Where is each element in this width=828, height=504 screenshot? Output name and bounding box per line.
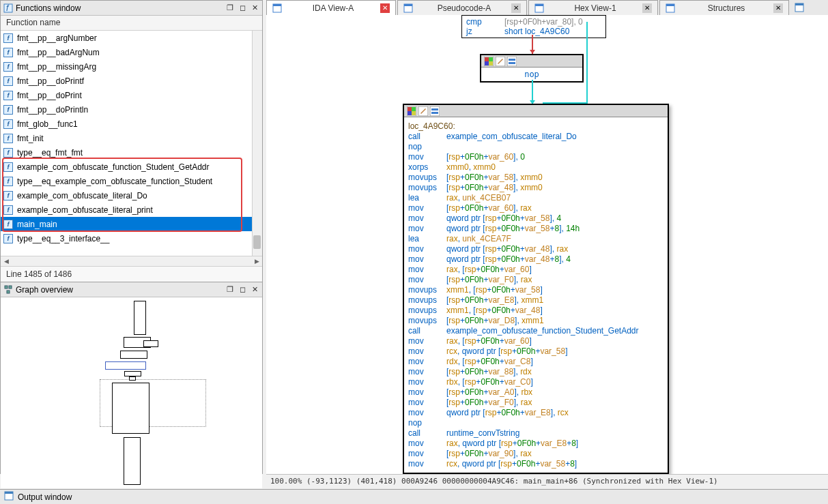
function-row[interactable]: ffmt_init	[1, 131, 252, 145]
tab-close-button[interactable]: ✕	[642, 3, 652, 13]
maximize-button[interactable]: ◻	[238, 3, 247, 13]
asm-line[interactable]: movrcx, qword ptr [rsp+0F0h+var_58]	[408, 346, 663, 357]
asm-line[interactable]: movups[rsp+0F0h+var_E8], xmm1	[408, 295, 663, 306]
asm-line[interactable]: movrdx, [rsp+0F0h+var_C8]	[408, 357, 663, 367]
graph-node[interactable]	[112, 383, 149, 434]
graph-node[interactable]	[120, 351, 147, 359]
graph-node[interactable]	[143, 340, 158, 347]
asm-line[interactable]: nop	[408, 142, 663, 152]
function-row[interactable]: ffmt__pp__badArgNum	[1, 45, 252, 59]
asm-line[interactable]: movrbx, [rsp+0F0h+var_C0]	[408, 377, 663, 387]
function-row[interactable]: ftype__eq_fmt_fmt	[1, 145, 252, 160]
asm-line[interactable]: learax, unk_4CEA7F	[408, 234, 663, 244]
scroll-right-icon[interactable]: ▶	[253, 257, 261, 265]
graph-node-nop[interactable]: nop	[480, 54, 584, 83]
asm-line[interactable]: callruntime_convTstring	[408, 428, 663, 439]
function-row[interactable]: ftype__eq_example_com_obfuscate_function…	[1, 174, 252, 188]
restore-button[interactable]: ❐	[225, 3, 235, 13]
functions-scrollbar-vertical[interactable]	[252, 31, 262, 256]
graph-node[interactable]	[105, 361, 146, 370]
asm-line[interactable]: mov[rsp+0F0h+var_F0], rax	[408, 275, 663, 285]
edit-icon[interactable]	[496, 57, 505, 66]
functions-list[interactable]: ffmt__pp__argNumberffmt__pp__badArgNumff…	[1, 31, 262, 256]
asm-line[interactable]: movrax, [rsp+0F0h+var_60]	[408, 265, 663, 275]
tab-hex-view-1[interactable]: Hex View-1✕	[528, 0, 658, 15]
function-row[interactable]: ffmt__pp__missingArg	[1, 59, 252, 74]
graph-restore-button[interactable]: ❐	[225, 285, 235, 295]
graph-overview-titlebar[interactable]: Graph overview ❐ ◻ ✕	[1, 282, 262, 297]
tab-ida-view-a[interactable]: IDA View-A✕	[266, 0, 396, 15]
function-row[interactable]: ffmt__pp__doPrint	[1, 88, 252, 102]
asm-line[interactable]: mov[rsp+0F0h+var_A0], rbx	[408, 387, 663, 398]
mnemonic: nop	[408, 142, 446, 152]
asm-line[interactable]: movqword ptr [rsp+0F0h+var_58], 4	[408, 213, 663, 224]
asm-line[interactable]: movqword ptr [rsp+0F0h+var_58+8], 14h	[408, 224, 663, 234]
function-row[interactable]: fexample_com_obfuscate_literal_print	[1, 203, 252, 217]
asm-line[interactable]: movups[rsp+0F0h+var_48], xmm0	[408, 183, 663, 193]
asm-line[interactable]: movqword ptr [rsp+0F0h+var_E8], rcx	[408, 408, 663, 418]
color-icon[interactable]	[484, 57, 494, 66]
disassembly-listing[interactable]: loc_4A9C60:callexample_com_obfuscate_lit…	[404, 117, 668, 473]
edit-icon[interactable]	[418, 106, 428, 116]
asm-line[interactable]: mov[rsp+0F0h+var_90], rax	[408, 449, 663, 459]
operands: rbx, [rsp+0F0h+var_C0]	[446, 377, 533, 387]
graph-overview-body[interactable]	[1, 297, 262, 488]
asm-line[interactable]: mov[rsp+0F0h+var_60], 0	[408, 152, 663, 162]
graph-node-main[interactable]: loc_4A9C60:callexample_com_obfuscate_lit…	[403, 104, 669, 474]
svg-rect-18	[485, 61, 489, 65]
column-header-function-name[interactable]: Function name	[1, 16, 262, 31]
tab-close-button[interactable]: ✕	[380, 3, 390, 13]
graph-node[interactable]	[134, 301, 146, 335]
function-row[interactable]: fmain_main	[1, 217, 252, 231]
scroll-left-icon[interactable]: ◀	[2, 257, 10, 265]
asm-line[interactable]: movups[rsp+0F0h+var_D8], xmm1	[408, 316, 663, 326]
group-icon[interactable]	[507, 57, 517, 66]
output-window-bar[interactable]: Output window	[0, 489, 828, 504]
asm-line[interactable]: movqword ptr [rsp+0F0h+var_48+8], 4	[408, 254, 663, 265]
asm-line[interactable]: movqword ptr [rsp+0F0h+var_48], rax	[408, 244, 663, 254]
function-row[interactable]: fexample_com_obfuscate_literal_Do	[1, 188, 252, 203]
function-row[interactable]: ffmt__pp__doPrintf	[1, 74, 252, 88]
tab-overflow-icon[interactable]	[790, 0, 808, 15]
asm-line[interactable]: movrax, qword ptr [rsp+0F0h+var_E8+8]	[408, 439, 663, 449]
ida-view-a[interactable]: cmp[rsp+0F0h+var_80], 0 jzshort loc_4A9C…	[266, 15, 828, 474]
function-row[interactable]: ffmt__pp__doPrintln	[1, 102, 252, 117]
asm-line[interactable]: mov[rsp+0F0h+var_88], rdx	[408, 367, 663, 377]
asm-line[interactable]: nop	[408, 418, 663, 428]
false-branch-arrow	[532, 35, 533, 54]
asm-line[interactable]: movups[rsp+0F0h+var_58], xmm0	[408, 173, 663, 183]
group-icon[interactable]	[430, 106, 440, 116]
asm-line[interactable]: loc_4A9C60:	[408, 121, 663, 132]
tab-close-button[interactable]: ✕	[773, 3, 783, 13]
asm-line[interactable]: movrax, [rsp+0F0h+var_60]	[408, 336, 663, 346]
tab-close-button[interactable]: ✕	[511, 3, 521, 13]
function-row[interactable]: ffmt_glob__func1	[1, 117, 252, 131]
functions-scrollbar-horizontal[interactable]: ◀ ▶	[1, 256, 262, 266]
mnemonic: lea	[408, 193, 446, 203]
tab-pseudocode-a[interactable]: Pseudocode-A✕	[397, 0, 527, 15]
operands: qword ptr [rsp+0F0h+var_58+8], 14h	[446, 224, 580, 234]
asm-line[interactable]: movupsxmm1, [rsp+0F0h+var_48]	[408, 306, 663, 316]
asm-line[interactable]: movrcx, qword ptr [rsp+0F0h+var_58+8]	[408, 459, 663, 469]
function-row[interactable]: ffmt__pp__argNumber	[1, 31, 252, 45]
asm-line[interactable]: xorpsxmm0, xmm0	[408, 162, 663, 173]
asm-line[interactable]: learax, unk_4CEB07	[408, 193, 663, 203]
asm-line[interactable]: movupsxmm1, [rsp+0F0h+var_58]	[408, 285, 663, 295]
scrollbar-thumb[interactable]	[253, 235, 261, 249]
graph-close-button[interactable]: ✕	[250, 285, 259, 295]
functions-window-titlebar[interactable]: f Functions window ❐ ◻ ✕	[1, 1, 262, 16]
graph-node[interactable]	[124, 437, 141, 485]
asm-line[interactable]: callexample_com_obfuscate_literal_Do	[408, 132, 663, 142]
graph-maximize-button[interactable]: ◻	[238, 285, 247, 295]
function-row[interactable]: fexample_com_obfuscate_function_Student_…	[1, 160, 252, 174]
color-icon[interactable]	[407, 106, 416, 116]
operands: [rsp+0F0h+var_F0], rax	[446, 275, 532, 285]
graph-node[interactable]	[124, 371, 141, 376]
asm-line[interactable]: mov[rsp+0F0h+var_60], rax	[408, 203, 663, 213]
tab-structures[interactable]: Structures✕	[659, 0, 789, 15]
asm-line[interactable]: callexample_com_obfuscate_function_Stude…	[408, 326, 663, 336]
asm-line[interactable]: mov[rsp+0F0h+var_F0], rax	[408, 398, 663, 408]
function-row[interactable]: ftype__eq__3_interface__	[1, 231, 252, 246]
close-button[interactable]: ✕	[250, 3, 259, 13]
graph-node[interactable]	[129, 376, 136, 381]
